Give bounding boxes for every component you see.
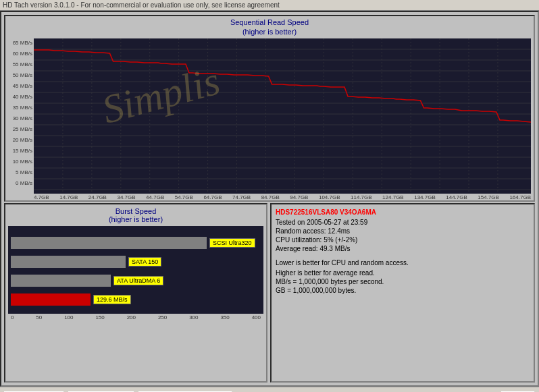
title-text: HD Tach version 3.0.1.0 - For non-commer…	[3, 1, 280, 9]
burst-bar-sata: SATA 150	[11, 254, 261, 269]
info-line1: Tested on 2005-05-27 at 23:59	[276, 219, 530, 226]
bar-sata	[11, 256, 126, 268]
drive-model: HDS722516VLSA80 V34OA6MA	[276, 208, 530, 216]
burst-bar-scsi: SCSI Ultra320	[11, 235, 261, 250]
bar-actual	[11, 293, 91, 306]
info-note1: Lower is better for CPU and random acces…	[276, 259, 530, 267]
burst-x-labels: 0 50 100 150 200 250 300 350 400	[8, 314, 263, 320]
info-line2: Random access: 12.4ms	[276, 227, 530, 235]
sequential-chart-panel: Sequential Read Speed (higher is better)…	[4, 15, 535, 202]
burst-chart-area: SCSI Ultra320 SATA 150 ATA UltraDMA 6	[8, 226, 263, 320]
info-line3: CPU utilization: 5% (+/-2%)	[276, 236, 530, 244]
bar-label-sata: SATA 150	[128, 257, 161, 267]
y-axis: 65 MB/s 60 MB/s 55 MB/s 50 MB/s 45 MB/s …	[8, 38, 34, 197]
info-line4: Average read: 49.3 MB/s	[276, 245, 530, 252]
info-note4: GB = 1,000,000,000 bytes.	[276, 287, 530, 294]
x-axis-labels: 4.7GB 14.7GB 24.7GB 34.7GB 44.7GB 54.7GB…	[34, 194, 531, 200]
bar-ata	[11, 275, 111, 287]
bottom-section: Burst Speed (higher is better) SCSI Ultr…	[4, 203, 535, 383]
bar-scsi	[11, 237, 207, 249]
seq-chart-container: 65 MB/s 60 MB/s 55 MB/s 50 MB/s 45 MB/s …	[8, 38, 531, 200]
info-note3: MB/s = 1,000,000 bytes per second.	[276, 278, 530, 285]
seq-chart-area: Simplis	[34, 38, 531, 194]
info-note2: Higher is better for average read.	[276, 269, 530, 277]
bar-label-actual: 129.6 MB/s	[93, 295, 131, 304]
main-container: Sequential Read Speed (higher is better)…	[0, 11, 539, 387]
burst-chart-title: Burst Speed (higher is better)	[8, 207, 263, 223]
title-bar: HD Tach version 3.0.1.0 - For non-commer…	[0, 0, 539, 11]
bar-label-scsi: SCSI Ultra320	[209, 238, 255, 248]
burst-bars-bg: SCSI Ultra320 SATA 150 ATA UltraDMA 6	[8, 226, 263, 314]
seq-chart-svg	[34, 38, 531, 194]
info-panel: HDS722516VLSA80 V34OA6MA Tested on 2005-…	[270, 203, 535, 383]
burst-chart-panel: Burst Speed (higher is better) SCSI Ultr…	[4, 203, 267, 383]
toolbar: Save Results Upload Results Compare Anot…	[0, 387, 539, 392]
seq-chart-title: Sequential Read Speed (higher is better)	[5, 16, 534, 38]
burst-bar-ata: ATA UltraDMA 6	[11, 273, 261, 288]
bar-label-ata: ATA UltraDMA 6	[113, 276, 163, 285]
burst-bar-actual: 129.6 MB/s	[11, 292, 261, 307]
